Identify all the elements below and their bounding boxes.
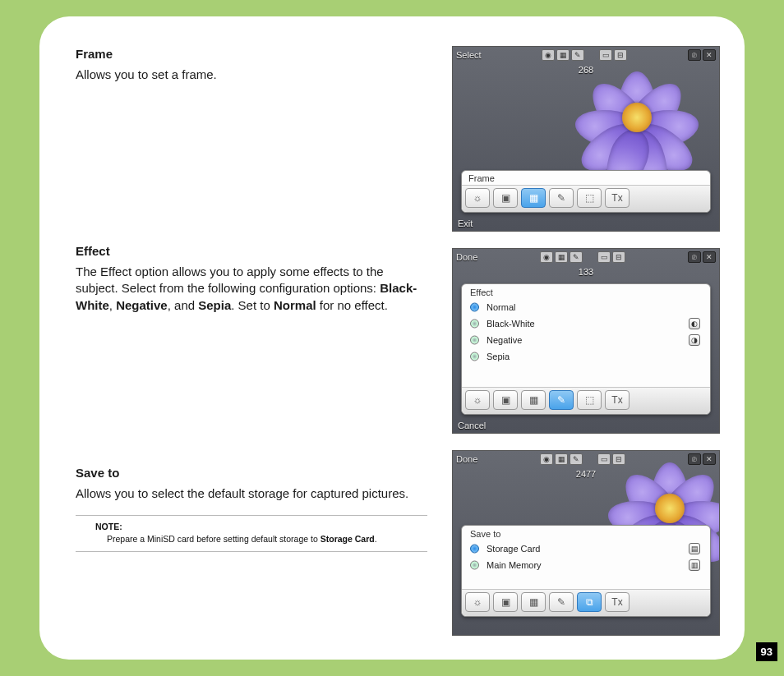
option-label: Normal bbox=[487, 302, 515, 312]
section-saveto: Save to Allows you to select the default… bbox=[76, 465, 427, 552]
main-memory-icon: ▥ bbox=[689, 559, 700, 571]
screenshot-column: Select ◉ ▦ ✎ ▭ ⊟ ⎚ ✕ 268 bbox=[452, 46, 720, 637]
radio-icon bbox=[470, 545, 479, 554]
tool-effect[interactable]: ✎ bbox=[549, 592, 574, 612]
effect-preview-icon: ◐ bbox=[689, 318, 700, 329]
camera-mode-icon[interactable]: ◉ bbox=[540, 453, 553, 465]
softkey-cancel[interactable]: Cancel bbox=[458, 421, 486, 430]
frame-toolbar: ☼ ▣ ▦ ✎ ⬚ Tx bbox=[462, 185, 710, 212]
page-background: Frame Allows you to set a frame. Effect … bbox=[0, 0, 784, 676]
note-tail: . bbox=[375, 534, 377, 544]
shot-topbar: Done ◉ ▦ ✎ ▭ ⊟ ⎚ ✕ bbox=[453, 249, 719, 265]
edit-icon[interactable]: ✎ bbox=[570, 453, 583, 465]
softkey-select[interactable]: Select bbox=[456, 50, 482, 60]
tool-resolution[interactable]: ▣ bbox=[493, 390, 518, 410]
screenshot-saveto: Done ◉ ▦ ✎ ▭ ⊟ ⎚ ✕ 2477 bbox=[452, 450, 720, 636]
resolution-icon[interactable]: ▦ bbox=[556, 49, 570, 61]
note-box: NOTE: Prepare a MiniSD card before setti… bbox=[76, 515, 427, 551]
frame-body: Allows you to set a frame. bbox=[76, 67, 427, 84]
effect-option-normal[interactable]: Normal bbox=[462, 299, 710, 315]
saveto-option-storagecard[interactable]: Storage Card ▤ bbox=[462, 540, 710, 557]
tool-effect[interactable]: ✎ bbox=[549, 188, 574, 208]
tool-resolution[interactable]: ▣ bbox=[493, 188, 518, 208]
shots-remaining: 133 bbox=[579, 267, 593, 277]
page-number: 93 bbox=[756, 642, 777, 661]
tool-resolution[interactable]: ▣ bbox=[493, 592, 518, 612]
tool-text[interactable]: Tx bbox=[605, 390, 630, 410]
size-indicator-icon: ⎚ bbox=[688, 251, 701, 263]
close-icon[interactable]: ✕ bbox=[703, 251, 716, 263]
saveto-panel-title: Save to bbox=[462, 526, 710, 540]
close-icon[interactable]: ✕ bbox=[703, 453, 716, 465]
screenshot-frame: Select ◉ ▦ ✎ ▭ ⊟ ⎚ ✕ 268 bbox=[452, 46, 720, 232]
note-storage-card: Storage Card bbox=[321, 534, 375, 544]
flower-graphic bbox=[579, 71, 694, 162]
note-text: Prepare a MiniSD card before setting def… bbox=[95, 533, 427, 545]
memory-icon: ⊟ bbox=[614, 49, 627, 61]
note-label: NOTE: bbox=[95, 521, 427, 532]
effect-sep1: , bbox=[109, 298, 116, 312]
softkey-exit[interactable]: Exit bbox=[458, 218, 473, 228]
saveto-option-mainmemory[interactable]: Main Memory ▥ bbox=[462, 557, 710, 573]
edit-icon[interactable]: ✎ bbox=[571, 49, 584, 61]
tool-saveto[interactable]: ⬚ bbox=[577, 390, 602, 410]
shot-botbar: Cancel bbox=[453, 418, 719, 433]
shots-remaining: 2477 bbox=[576, 469, 596, 479]
effect-option-blackwhite[interactable]: Black-White ◐ bbox=[462, 315, 710, 332]
edit-icon[interactable]: ✎ bbox=[570, 251, 583, 263]
shot-botbar bbox=[453, 620, 719, 635]
close-icon[interactable]: ✕ bbox=[703, 49, 716, 61]
tool-frame[interactable]: ▦ bbox=[521, 592, 546, 612]
size-indicator-icon: ⎚ bbox=[688, 49, 701, 61]
option-label: Storage Card bbox=[487, 544, 540, 554]
resolution-icon[interactable]: ▦ bbox=[555, 453, 568, 465]
tool-frame[interactable]: ▦ bbox=[521, 188, 546, 208]
radio-icon bbox=[470, 336, 479, 345]
tool-saveto[interactable]: ⬚ bbox=[577, 188, 602, 208]
text-column: Frame Allows you to set a frame. Effect … bbox=[76, 46, 427, 637]
tool-brightness[interactable]: ☼ bbox=[465, 188, 490, 208]
option-label: Negative bbox=[487, 335, 522, 345]
effect-opt-sepia: Sepia bbox=[198, 298, 231, 312]
top-right-icons: ⎚ ✕ bbox=[688, 49, 716, 61]
radio-icon bbox=[470, 303, 479, 312]
section-effect: Effect The Effect option allows you to a… bbox=[76, 243, 427, 465]
effect-preview-icon: ◑ bbox=[689, 334, 700, 346]
storage-card-icon: ▤ bbox=[689, 543, 700, 554]
tool-saveto[interactable]: ⧉ bbox=[577, 592, 602, 612]
effect-body-pre: The Effect option allows you to apply so… bbox=[76, 264, 384, 296]
saveto-heading: Save to bbox=[76, 465, 427, 482]
shot-topbar: Done ◉ ▦ ✎ ▭ ⊟ ⎚ ✕ bbox=[453, 451, 719, 467]
camera-mode-icon[interactable]: ◉ bbox=[542, 49, 555, 61]
battery-icon: ▭ bbox=[597, 453, 611, 465]
saveto-body: Allows you to select the default storage… bbox=[76, 485, 427, 503]
option-label: Black-White bbox=[487, 319, 535, 329]
tool-brightness[interactable]: ☼ bbox=[465, 390, 490, 410]
tool-text[interactable]: Tx bbox=[605, 592, 630, 612]
effect-option-negative[interactable]: Negative ◑ bbox=[462, 332, 710, 348]
effect-panel: Effect Normal Black-White ◐ bbox=[461, 283, 711, 415]
shots-remaining: 268 bbox=[579, 65, 593, 75]
tool-text[interactable]: Tx bbox=[605, 188, 630, 208]
shot-botbar: Exit bbox=[453, 216, 719, 231]
shot-topbar: Select ◉ ▦ ✎ ▭ ⊟ ⎚ ✕ bbox=[453, 47, 719, 63]
tool-brightness[interactable]: ☼ bbox=[465, 592, 490, 612]
tool-frame[interactable]: ▦ bbox=[521, 390, 546, 410]
softkey-done[interactable]: Done bbox=[456, 454, 477, 464]
effect-body: The Effect option allows you to apply so… bbox=[76, 264, 427, 315]
memory-icon: ⊟ bbox=[612, 453, 625, 465]
battery-icon: ▭ bbox=[599, 49, 612, 61]
effect-heading: Effect bbox=[76, 243, 427, 260]
effect-panel-title: Effect bbox=[462, 284, 710, 299]
softkey-done[interactable]: Done bbox=[456, 252, 477, 262]
top-icons: ◉ ▦ ✎ ▭ ⊟ bbox=[540, 251, 625, 263]
top-icons: ◉ ▦ ✎ ▭ ⊟ bbox=[542, 49, 627, 61]
saveto-options: Storage Card ▤ Main Memory ▥ bbox=[462, 540, 710, 589]
camera-mode-icon[interactable]: ◉ bbox=[540, 251, 553, 263]
tool-effect[interactable]: ✎ bbox=[549, 390, 574, 410]
resolution-icon[interactable]: ▦ bbox=[555, 251, 568, 263]
frame-heading: Frame bbox=[76, 46, 427, 63]
effect-opt-normal: Normal bbox=[274, 298, 316, 312]
effect-opt-negative: Negative bbox=[116, 298, 168, 312]
effect-option-sepia[interactable]: Sepia bbox=[462, 348, 710, 365]
